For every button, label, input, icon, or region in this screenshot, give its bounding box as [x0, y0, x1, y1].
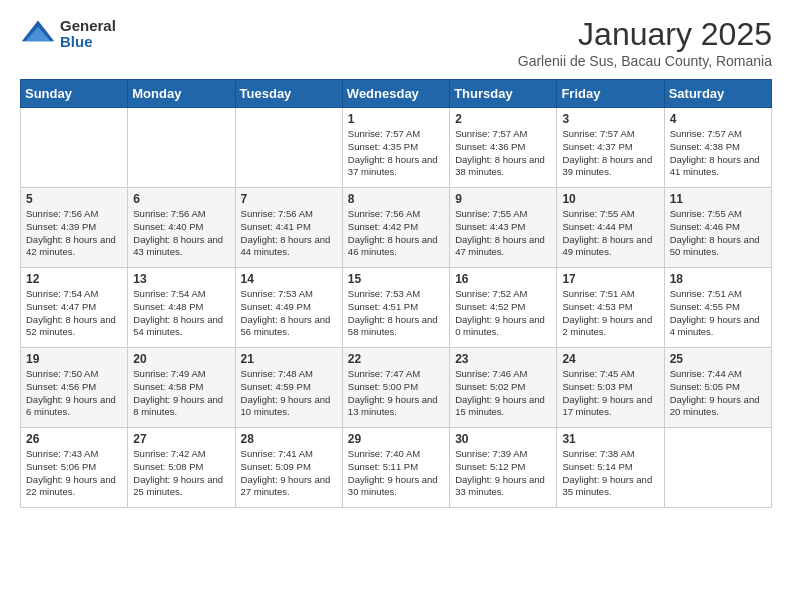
- calendar-cell: 17Sunrise: 7:51 AM Sunset: 4:53 PM Dayli…: [557, 268, 664, 348]
- calendar-cell: 23Sunrise: 7:46 AM Sunset: 5:02 PM Dayli…: [450, 348, 557, 428]
- calendar-cell: 13Sunrise: 7:54 AM Sunset: 4:48 PM Dayli…: [128, 268, 235, 348]
- calendar-week-3: 12Sunrise: 7:54 AM Sunset: 4:47 PM Dayli…: [21, 268, 772, 348]
- logo: General Blue: [20, 16, 116, 52]
- col-friday: Friday: [557, 80, 664, 108]
- calendar-cell: 26Sunrise: 7:43 AM Sunset: 5:06 PM Dayli…: [21, 428, 128, 508]
- calendar-cell: [235, 108, 342, 188]
- calendar-cell: 31Sunrise: 7:38 AM Sunset: 5:14 PM Dayli…: [557, 428, 664, 508]
- day-info: Sunrise: 7:54 AM Sunset: 4:47 PM Dayligh…: [26, 288, 122, 339]
- day-number: 5: [26, 192, 122, 206]
- calendar-cell: 22Sunrise: 7:47 AM Sunset: 5:00 PM Dayli…: [342, 348, 449, 428]
- day-info: Sunrise: 7:48 AM Sunset: 4:59 PM Dayligh…: [241, 368, 337, 419]
- calendar-week-2: 5Sunrise: 7:56 AM Sunset: 4:39 PM Daylig…: [21, 188, 772, 268]
- day-info: Sunrise: 7:46 AM Sunset: 5:02 PM Dayligh…: [455, 368, 551, 419]
- day-info: Sunrise: 7:57 AM Sunset: 4:35 PM Dayligh…: [348, 128, 444, 179]
- day-info: Sunrise: 7:49 AM Sunset: 4:58 PM Dayligh…: [133, 368, 229, 419]
- calendar-cell: 11Sunrise: 7:55 AM Sunset: 4:46 PM Dayli…: [664, 188, 771, 268]
- calendar-cell: 18Sunrise: 7:51 AM Sunset: 4:55 PM Dayli…: [664, 268, 771, 348]
- day-number: 28: [241, 432, 337, 446]
- calendar-cell: 12Sunrise: 7:54 AM Sunset: 4:47 PM Dayli…: [21, 268, 128, 348]
- day-info: Sunrise: 7:56 AM Sunset: 4:41 PM Dayligh…: [241, 208, 337, 259]
- day-info: Sunrise: 7:40 AM Sunset: 5:11 PM Dayligh…: [348, 448, 444, 499]
- page: General Blue January 2025 Garlenii de Su…: [0, 0, 792, 524]
- calendar-cell: 15Sunrise: 7:53 AM Sunset: 4:51 PM Dayli…: [342, 268, 449, 348]
- day-number: 12: [26, 272, 122, 286]
- calendar-week-4: 19Sunrise: 7:50 AM Sunset: 4:56 PM Dayli…: [21, 348, 772, 428]
- calendar-cell: [128, 108, 235, 188]
- calendar-cell: 7Sunrise: 7:56 AM Sunset: 4:41 PM Daylig…: [235, 188, 342, 268]
- calendar-header-row: Sunday Monday Tuesday Wednesday Thursday…: [21, 80, 772, 108]
- calendar-cell: 29Sunrise: 7:40 AM Sunset: 5:11 PM Dayli…: [342, 428, 449, 508]
- day-info: Sunrise: 7:43 AM Sunset: 5:06 PM Dayligh…: [26, 448, 122, 499]
- logo-blue: Blue: [60, 34, 116, 51]
- day-info: Sunrise: 7:51 AM Sunset: 4:53 PM Dayligh…: [562, 288, 658, 339]
- calendar-cell: [21, 108, 128, 188]
- col-saturday: Saturday: [664, 80, 771, 108]
- day-info: Sunrise: 7:57 AM Sunset: 4:38 PM Dayligh…: [670, 128, 766, 179]
- day-number: 9: [455, 192, 551, 206]
- calendar-cell: 28Sunrise: 7:41 AM Sunset: 5:09 PM Dayli…: [235, 428, 342, 508]
- calendar-cell: 10Sunrise: 7:55 AM Sunset: 4:44 PM Dayli…: [557, 188, 664, 268]
- day-number: 14: [241, 272, 337, 286]
- day-number: 19: [26, 352, 122, 366]
- month-title: January 2025: [518, 16, 772, 53]
- calendar-cell: 16Sunrise: 7:52 AM Sunset: 4:52 PM Dayli…: [450, 268, 557, 348]
- day-info: Sunrise: 7:53 AM Sunset: 4:49 PM Dayligh…: [241, 288, 337, 339]
- title-block: January 2025 Garlenii de Sus, Bacau Coun…: [518, 16, 772, 69]
- calendar-cell: 9Sunrise: 7:55 AM Sunset: 4:43 PM Daylig…: [450, 188, 557, 268]
- day-info: Sunrise: 7:41 AM Sunset: 5:09 PM Dayligh…: [241, 448, 337, 499]
- day-number: 16: [455, 272, 551, 286]
- day-info: Sunrise: 7:56 AM Sunset: 4:40 PM Dayligh…: [133, 208, 229, 259]
- day-info: Sunrise: 7:53 AM Sunset: 4:51 PM Dayligh…: [348, 288, 444, 339]
- day-number: 24: [562, 352, 658, 366]
- day-number: 10: [562, 192, 658, 206]
- day-number: 20: [133, 352, 229, 366]
- day-number: 26: [26, 432, 122, 446]
- day-info: Sunrise: 7:42 AM Sunset: 5:08 PM Dayligh…: [133, 448, 229, 499]
- day-number: 22: [348, 352, 444, 366]
- day-info: Sunrise: 7:44 AM Sunset: 5:05 PM Dayligh…: [670, 368, 766, 419]
- calendar-cell: 14Sunrise: 7:53 AM Sunset: 4:49 PM Dayli…: [235, 268, 342, 348]
- day-number: 18: [670, 272, 766, 286]
- day-number: 7: [241, 192, 337, 206]
- calendar-week-5: 26Sunrise: 7:43 AM Sunset: 5:06 PM Dayli…: [21, 428, 772, 508]
- logo-icon: [20, 16, 56, 52]
- logo-general: General: [60, 18, 116, 35]
- calendar-cell: 25Sunrise: 7:44 AM Sunset: 5:05 PM Dayli…: [664, 348, 771, 428]
- calendar-cell: 19Sunrise: 7:50 AM Sunset: 4:56 PM Dayli…: [21, 348, 128, 428]
- calendar-table: Sunday Monday Tuesday Wednesday Thursday…: [20, 79, 772, 508]
- calendar-cell: 2Sunrise: 7:57 AM Sunset: 4:36 PM Daylig…: [450, 108, 557, 188]
- col-thursday: Thursday: [450, 80, 557, 108]
- calendar-cell: 21Sunrise: 7:48 AM Sunset: 4:59 PM Dayli…: [235, 348, 342, 428]
- col-wednesday: Wednesday: [342, 80, 449, 108]
- calendar-cell: 20Sunrise: 7:49 AM Sunset: 4:58 PM Dayli…: [128, 348, 235, 428]
- day-info: Sunrise: 7:55 AM Sunset: 4:44 PM Dayligh…: [562, 208, 658, 259]
- day-number: 2: [455, 112, 551, 126]
- calendar-cell: 4Sunrise: 7:57 AM Sunset: 4:38 PM Daylig…: [664, 108, 771, 188]
- day-info: Sunrise: 7:54 AM Sunset: 4:48 PM Dayligh…: [133, 288, 229, 339]
- day-info: Sunrise: 7:38 AM Sunset: 5:14 PM Dayligh…: [562, 448, 658, 499]
- calendar-cell: 5Sunrise: 7:56 AM Sunset: 4:39 PM Daylig…: [21, 188, 128, 268]
- day-number: 17: [562, 272, 658, 286]
- calendar-cell: 6Sunrise: 7:56 AM Sunset: 4:40 PM Daylig…: [128, 188, 235, 268]
- day-number: 25: [670, 352, 766, 366]
- day-number: 27: [133, 432, 229, 446]
- day-info: Sunrise: 7:55 AM Sunset: 4:46 PM Dayligh…: [670, 208, 766, 259]
- day-number: 23: [455, 352, 551, 366]
- day-info: Sunrise: 7:56 AM Sunset: 4:39 PM Dayligh…: [26, 208, 122, 259]
- header: General Blue January 2025 Garlenii de Su…: [20, 16, 772, 69]
- day-number: 13: [133, 272, 229, 286]
- day-info: Sunrise: 7:45 AM Sunset: 5:03 PM Dayligh…: [562, 368, 658, 419]
- day-info: Sunrise: 7:55 AM Sunset: 4:43 PM Dayligh…: [455, 208, 551, 259]
- calendar-cell: 8Sunrise: 7:56 AM Sunset: 4:42 PM Daylig…: [342, 188, 449, 268]
- day-number: 1: [348, 112, 444, 126]
- day-info: Sunrise: 7:52 AM Sunset: 4:52 PM Dayligh…: [455, 288, 551, 339]
- day-info: Sunrise: 7:57 AM Sunset: 4:37 PM Dayligh…: [562, 128, 658, 179]
- calendar-cell: 24Sunrise: 7:45 AM Sunset: 5:03 PM Dayli…: [557, 348, 664, 428]
- calendar-cell: 1Sunrise: 7:57 AM Sunset: 4:35 PM Daylig…: [342, 108, 449, 188]
- calendar-week-1: 1Sunrise: 7:57 AM Sunset: 4:35 PM Daylig…: [21, 108, 772, 188]
- day-number: 6: [133, 192, 229, 206]
- day-number: 3: [562, 112, 658, 126]
- day-info: Sunrise: 7:39 AM Sunset: 5:12 PM Dayligh…: [455, 448, 551, 499]
- calendar-cell: 27Sunrise: 7:42 AM Sunset: 5:08 PM Dayli…: [128, 428, 235, 508]
